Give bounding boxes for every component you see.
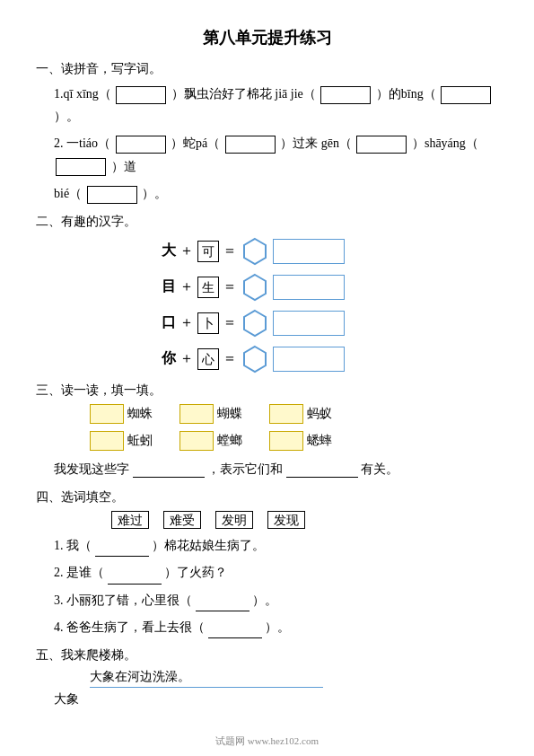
svg-marker-2 (244, 311, 266, 336)
page-title: 第八单元提升练习 (36, 27, 498, 48)
pinyin-input-4[interactable] (116, 136, 166, 154)
section-4-item-3: 3. 小丽犯了错，心里很（ ）。 (54, 589, 498, 611)
item4-suffix: ）。 (265, 620, 290, 634)
section-3: 三、读一读，填一填。 蜘蛛 蝴蝶 蚂蚁 蚯蚓 螳螂 (36, 382, 498, 480)
fill-blank-4[interactable] (208, 622, 262, 638)
hanzi-right-1: 可 (197, 241, 219, 262)
item1-suffix: ）棉花姑娘生病了。 (152, 539, 265, 552)
write-area: 大象 (54, 691, 498, 708)
section-4-title: 四、选词填空。 (36, 489, 498, 505)
insect-box-6[interactable] (269, 431, 303, 451)
word-choices: 难过 难受 发明 发现 (72, 511, 498, 529)
insect-item-4: 蚯蚓 (90, 431, 153, 451)
sentence-part-1: 我发现这些字 (54, 462, 129, 476)
hexagon-3 (241, 309, 269, 338)
hanzi-right-4: 心 (197, 348, 219, 370)
section-1: 一、读拼音，写字词。 1.qī xīng（ ）飘虫治好了棉花 jiā jie（ … (36, 61, 498, 205)
blank-1[interactable] (133, 463, 205, 478)
pinyin-input-5[interactable] (225, 136, 276, 154)
svg-marker-0 (244, 239, 266, 264)
plus-1: ＋ (179, 242, 194, 260)
line3-prefix: bié（ (54, 187, 82, 200)
pinyin-input-6[interactable] (356, 136, 407, 154)
word-2: 难受 (163, 511, 201, 529)
insect-box-3[interactable] (269, 404, 303, 424)
section-2-title: 二、有趣的汉字。 (36, 214, 498, 230)
insect-label-3: 蚂蚁 (307, 406, 332, 422)
line2-seg3: ）shāyáng（ (412, 136, 478, 150)
blank-2[interactable] (286, 463, 358, 478)
section-1-line2: 2. 一tiáo（ ）蛇pá（ ）过来 gēn（ ）shāyáng（ ）道 (54, 132, 498, 177)
fill-blank-2[interactable] (108, 568, 162, 585)
equals-1: ＝ (223, 242, 237, 260)
section-2: 二、有趣的汉字。 大 ＋ 可 ＝ 目 ＋ 生 ＝ (36, 214, 498, 374)
hanzi-row-4: 你 ＋ 心 ＝ (162, 345, 498, 374)
plus-2: ＋ (179, 277, 194, 296)
svg-marker-1 (244, 275, 266, 300)
insect-box-1[interactable] (90, 404, 124, 424)
pinyin-input-2[interactable] (320, 86, 371, 104)
insect-box-5[interactable] (179, 431, 214, 451)
write-prefix: 大象 (54, 692, 79, 706)
hanzi-right-3: 卜 (197, 312, 219, 334)
hanzi-left-3: 口 (162, 313, 176, 332)
insect-item-5: 螳螂 (179, 431, 242, 451)
plus-3: ＋ (179, 313, 194, 332)
sentence-part-3: 有关。 (361, 462, 398, 476)
section-3-title: 三、读一读，填一填。 (36, 382, 498, 399)
section-4: 四、选词填空。 难过 难受 发明 发现 1. 我（ ）棉花姑娘生病了。 2. 是… (36, 489, 498, 638)
hexagon-4 (241, 345, 269, 374)
pinyin-input-1[interactable] (116, 86, 166, 104)
model-sentence: 大象在河边洗澡。 (90, 669, 498, 688)
line1-mid1: ）飘虫治好了棉花 jiā jie（ (171, 87, 316, 101)
hanzi-right-2: 生 (197, 277, 219, 298)
hanzi-left-2: 目 (162, 277, 176, 296)
insect-item-1: 蜘蛛 (90, 404, 153, 424)
insect-item-6: 蟋蟀 (269, 431, 332, 451)
answer-box-3[interactable] (273, 311, 345, 336)
word-4: 发现 (267, 511, 305, 529)
hanzi-left-1: 大 (162, 242, 176, 260)
word-choice-label (72, 511, 97, 529)
insect-row-2: 蚯蚓 螳螂 蟋蟀 (90, 431, 498, 451)
section-4-item-2: 2. 是谁（ ）了火药？ (54, 561, 498, 584)
equals-2: ＝ (223, 277, 237, 296)
model-text: 大象在河边洗澡。 (90, 670, 190, 683)
hanzi-row-2: 目 ＋ 生 ＝ (162, 273, 498, 302)
answer-box-4[interactable] (273, 347, 345, 372)
line2-prefix: 2. 一tiáo（ (54, 136, 110, 150)
section-3-sentence: 我发现这些字 ，表示它们和 有关。 (54, 458, 498, 480)
item4-prefix: 4. 爸爸生病了，看上去很（ (54, 620, 205, 634)
pinyin-input-3[interactable] (441, 86, 491, 104)
pinyin-input-8[interactable] (87, 186, 137, 204)
insect-box-4[interactable] (90, 431, 124, 451)
line2-seg4: ）道 (111, 160, 136, 173)
model-line: 大象在河边洗澡。 (90, 669, 323, 688)
footer: 试题网 www.hez102.com (36, 734, 498, 748)
hexagon-1 (241, 237, 269, 266)
line1-mid2: ）的bīng（ (376, 87, 436, 101)
item2-prefix: 2. 是谁（ (54, 566, 104, 579)
section-1-line3: bié（ ）。 (54, 182, 498, 205)
insect-box-2[interactable] (179, 404, 214, 424)
hanzi-left-4: 你 (162, 349, 176, 368)
pinyin-input-7[interactable] (56, 158, 106, 176)
section-1-line1: 1.qī xīng（ ）飘虫治好了棉花 jiā jie（ ）的bīng（ ）。 (54, 83, 498, 127)
item1-prefix: 1. 我（ (54, 539, 92, 552)
svg-marker-3 (244, 347, 266, 372)
hexagon-2 (241, 273, 269, 302)
sentence-part-2: ，表示它们和 (207, 462, 283, 476)
line2-seg2: ）过来 gēn（ (280, 136, 352, 150)
word-1: 难过 (111, 511, 149, 529)
insect-label-4: 蚯蚓 (127, 433, 153, 449)
answer-box-2[interactable] (273, 275, 345, 300)
item3-suffix: ）。 (252, 593, 277, 607)
equals-4: ＝ (223, 349, 237, 368)
hanzi-equation-container: 大 ＋ 可 ＝ 目 ＋ 生 ＝ 口 ＋ (162, 237, 498, 374)
item3-prefix: 3. 小丽犯了错，心里很（ (54, 593, 192, 607)
insect-item-2: 蝴蝶 (179, 404, 242, 424)
fill-blank-3[interactable] (196, 595, 249, 611)
line2-seg1: ）蛇pá（ (171, 136, 220, 150)
fill-blank-1[interactable] (95, 541, 149, 557)
answer-box-1[interactable] (273, 239, 345, 264)
